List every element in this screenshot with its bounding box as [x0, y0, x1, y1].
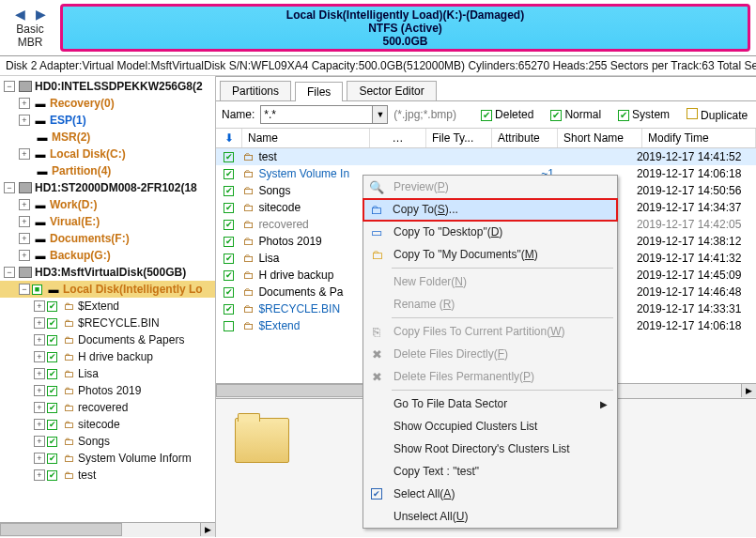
file-name[interactable]: test — [258, 150, 276, 163]
file-name[interactable]: $Extend — [258, 319, 300, 332]
tree-expand-icon[interactable]: + — [19, 148, 30, 160]
ctx-goto-sector[interactable]: Go To File Data Sector▶ — [363, 392, 617, 415]
tree-expand-icon[interactable]: + — [19, 250, 30, 261]
ctx-unselect-all[interactable]: Unselect All(U) — [363, 505, 617, 528]
row-checkbox[interactable]: ✔ — [224, 287, 234, 298]
tree-expand-icon[interactable]: + — [34, 334, 45, 346]
select-all-header-icon[interactable]: ⬇ — [216, 129, 242, 147]
tree-item[interactable]: sitecode — [78, 418, 120, 431]
tree-check-icon[interactable]: ✔ — [47, 335, 57, 346]
tree-item[interactable]: Partition(4) — [52, 164, 111, 177]
tree-check-icon[interactable]: ✔ — [47, 386, 57, 396]
ctx-occupied-clusters[interactable]: Show Occupied Clusters List — [363, 415, 617, 438]
row-checkbox[interactable]: ✔ — [224, 169, 234, 179]
tree-expand-icon[interactable]: + — [19, 216, 30, 227]
ctx-copy-mydocs[interactable]: 🗀Copy To "My Documents"(M) — [363, 243, 617, 266]
tree-hd0[interactable]: HD0:INTELSSDPEKKW256G8(2 — [35, 80, 203, 93]
nav-back-icon[interactable]: ◀ — [12, 7, 27, 22]
tree-hd1[interactable]: HD1:ST2000DM008-2FR102(18 — [35, 181, 197, 194]
tree-check-icon[interactable]: ✔ — [47, 420, 57, 430]
scrollbar-thumb[interactable] — [0, 523, 122, 536]
scroll-right-icon[interactable]: ▶ — [200, 523, 215, 536]
tree-item[interactable]: ESP(1) — [50, 114, 86, 127]
tree-expand-icon[interactable]: + — [19, 199, 30, 210]
tree-item[interactable]: Songs — [78, 435, 110, 448]
tree-item[interactable]: Local Disk(C:) — [50, 147, 126, 161]
tree-item[interactable]: test — [78, 469, 96, 482]
row-checkbox[interactable]: ✔ — [224, 270, 234, 281]
name-filter-dropdown-icon[interactable]: ▼ — [373, 105, 388, 124]
tree-expand-icon[interactable]: + — [34, 351, 45, 362]
name-filter-input[interactable] — [260, 105, 373, 124]
tree-expand-icon[interactable]: + — [34, 453, 45, 464]
tree-check-icon[interactable]: ✔ — [47, 369, 57, 379]
row-checkbox[interactable]: ✔ — [224, 254, 234, 264]
tree-check-icon[interactable]: ✔ — [47, 318, 57, 329]
tree-check-icon[interactable]: ✔ — [47, 403, 57, 413]
tree-expand-icon[interactable]: + — [19, 233, 30, 244]
row-checkbox[interactable]: ✔ — [224, 186, 234, 196]
tree-check-icon[interactable]: ✔ — [47, 437, 57, 447]
tree-item[interactable]: Work(D:) — [50, 198, 97, 211]
file-name[interactable]: System Volume In — [258, 167, 349, 180]
nav-forward-icon[interactable]: ▶ — [33, 7, 48, 22]
tree-check-icon[interactable]: ■ — [32, 284, 42, 295]
file-name[interactable]: recovered — [258, 218, 308, 231]
file-name[interactable]: H drive backup — [258, 269, 333, 282]
col-name[interactable]: Name — [242, 129, 370, 147]
file-name[interactable]: Documents & Pa — [258, 285, 343, 299]
tree-expand-icon[interactable]: + — [34, 300, 45, 312]
tree-hd3[interactable]: HD3:MsftVirtualDisk(500GB) — [35, 266, 186, 279]
tree-expand-icon[interactable]: + — [19, 98, 30, 109]
file-name[interactable]: Songs — [258, 184, 290, 197]
system-checkbox[interactable]: ✔ — [618, 110, 629, 121]
tree-expand-icon[interactable]: + — [34, 436, 45, 447]
ctx-copy-to[interactable]: 🗀Copy To(S)... — [363, 198, 617, 221]
tree-check-icon[interactable]: ✔ — [47, 301, 57, 312]
tree-check-icon[interactable]: ✔ — [47, 352, 57, 362]
row-checkbox[interactable]: ✔ — [224, 203, 234, 213]
tree-item[interactable]: MSR(2) — [52, 131, 90, 144]
tree-item[interactable]: Photos 2019 — [78, 384, 141, 397]
tree-item[interactable]: Documents & Papers — [78, 333, 184, 346]
col-ellipsis[interactable]: … — [370, 129, 426, 147]
row-checkbox[interactable]: ✔ — [224, 152, 234, 162]
file-name[interactable]: sitecode — [258, 201, 301, 214]
scroll-right-icon[interactable]: ▶ — [741, 384, 756, 397]
tree-hscroll[interactable]: ▶ — [0, 522, 215, 537]
col-modifytime[interactable]: Modify Time — [642, 129, 756, 147]
row-checkbox[interactable]: ✔ — [224, 304, 234, 315]
tree-item[interactable]: Recovery(0) — [50, 97, 115, 110]
tree-item[interactable]: $RECYCLE.BIN — [78, 316, 160, 330]
tab-files[interactable]: Files — [295, 82, 343, 101]
disk-banner[interactable]: Local Disk(Intelligently Load)(K:)-(Dama… — [60, 4, 750, 52]
col-attribute[interactable]: Attribute — [492, 129, 558, 147]
tree-item[interactable]: Virual(E:) — [50, 215, 100, 228]
tree-check-icon[interactable]: ✔ — [47, 453, 57, 464]
tree-selected-volume[interactable]: Local Disk(Intelligently Lo — [63, 283, 203, 296]
tree-expand-icon[interactable]: + — [34, 469, 45, 481]
deleted-checkbox[interactable]: ✔ — [481, 110, 492, 121]
tree-item[interactable]: Documents(F:) — [50, 232, 130, 245]
file-name[interactable]: Lisa — [258, 252, 279, 265]
file-name[interactable]: Photos 2019 — [258, 235, 321, 248]
tab-sector-editor[interactable]: Sector Editor — [347, 81, 436, 100]
tree-item[interactable]: System Volume Inform — [78, 452, 192, 465]
tree-expand-icon[interactable]: + — [34, 419, 45, 430]
ctx-root-clusters[interactable]: Show Root Directory's Clusters List — [363, 438, 617, 460]
ctx-copy-desktop[interactable]: ▭Copy To "Desktop"(D) — [363, 221, 617, 243]
tree-collapse-icon[interactable]: − — [19, 284, 30, 295]
col-shortname[interactable]: Short Name — [558, 129, 642, 147]
duplicate-checkbox[interactable] — [687, 108, 698, 119]
file-name[interactable]: $RECYCLE.BIN — [258, 302, 340, 315]
tree-item[interactable]: Lisa — [78, 367, 99, 380]
tree-item[interactable]: H drive backup — [78, 350, 153, 363]
ctx-copy-text[interactable]: Copy Text : "test" — [363, 460, 617, 483]
tab-partitions[interactable]: Partitions — [220, 81, 291, 100]
ctx-select-all[interactable]: ✔Select All(A) — [363, 483, 617, 505]
tree-item[interactable]: Backup(G:) — [50, 249, 111, 262]
row-checkbox[interactable]: ✔ — [224, 237, 234, 247]
tree-item[interactable]: $Extend — [78, 300, 119, 313]
tree-item[interactable]: recovered — [78, 401, 128, 414]
row-checkbox[interactable] — [224, 321, 234, 331]
